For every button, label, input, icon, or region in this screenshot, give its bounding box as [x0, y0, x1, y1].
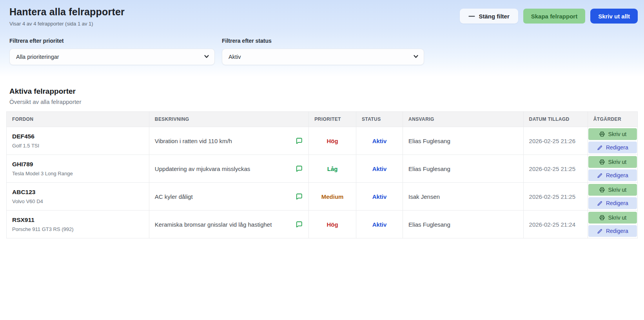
status-badge: Aktiv	[356, 155, 403, 183]
comment-icon	[295, 165, 303, 173]
comment-icon	[295, 137, 303, 145]
edit-button[interactable]: Redigera	[588, 197, 637, 209]
comment-button[interactable]	[295, 137, 303, 145]
description-text: AC kyler dåligt	[155, 193, 193, 200]
print-label: Skriv ut	[608, 215, 627, 221]
column-header-vehicle: FORDON	[7, 112, 149, 127]
date-added-cell: 2026-02-25 21:26	[523, 127, 588, 155]
printer-icon	[599, 187, 605, 193]
priority-badge: Låg	[309, 155, 356, 183]
vehicle-cell: GHI789 Tesla Model 3 Long Range	[7, 155, 149, 183]
priority-badge: Hög	[309, 211, 356, 238]
printer-icon	[599, 159, 605, 165]
assignee-cell: Isak Jensen	[403, 183, 524, 211]
comment-icon	[295, 220, 303, 228]
assignee-cell: Elias Fuglesang	[403, 127, 524, 155]
create-report-label: Skapa felrapport	[531, 13, 577, 20]
description-text: Keramiska bromsar gnisslar vid låg hasti…	[155, 221, 272, 228]
close-filter-button[interactable]: Stäng filter	[460, 9, 518, 24]
print-label: Skriv ut	[608, 131, 627, 137]
comment-button[interactable]	[295, 220, 303, 228]
print-button[interactable]: Skriv ut	[588, 212, 637, 224]
vehicle-id: DEF456	[12, 133, 143, 140]
print-all-button[interactable]: Skriv ut allt	[590, 9, 638, 24]
vehicle-model: Golf 1.5 TSI	[12, 143, 143, 149]
edit-button[interactable]: Redigera	[588, 225, 637, 237]
assignee-cell: Elias Fuglesang	[403, 155, 524, 183]
pencil-icon	[597, 200, 603, 206]
edit-button[interactable]: Redigera	[588, 169, 637, 181]
actions-cell: Skriv ut Redigera	[588, 183, 637, 211]
actions-cell: Skriv ut Redigera	[588, 155, 637, 183]
description-text: Vibration i ratten vid 110 km/h	[155, 138, 232, 144]
priority-filter-group: Filtrera efter prioritet Alla prioriteri…	[9, 38, 215, 65]
page-subtitle: Visar 4 av 4 felrapporter (sida 1 av 1)	[9, 21, 125, 27]
minus-icon	[468, 13, 475, 20]
description-text: Uppdatering av mjukvara misslyckas	[155, 165, 250, 172]
reports-table: FORDON BESKRIVNING PRIORITET STATUS ANSV…	[6, 111, 638, 238]
column-header-assignee: ANSVARIG	[403, 112, 524, 127]
section-title: Aktiva felrapporter	[9, 87, 638, 96]
print-label: Skriv ut	[608, 159, 627, 165]
vehicle-model: Porsche 911 GT3 RS (992)	[12, 226, 143, 232]
vehicle-model: Volvo V60 D4	[12, 198, 143, 204]
edit-label: Redigera	[606, 172, 628, 178]
toolbar: Stäng filter Skapa felrapport Skriv ut a…	[460, 9, 638, 24]
column-header-priority: PRIORITET	[309, 112, 356, 127]
status-filter-select[interactable]: Aktiv	[222, 49, 424, 65]
priority-filter-label: Filtrera efter prioritet	[9, 38, 215, 44]
date-added-cell: 2026-02-25 21:25	[523, 155, 588, 183]
page: Hantera alla felrapporter Visar 4 av 4 f…	[0, 0, 644, 320]
section-subtitle: Översikt av alla felrapporter	[9, 98, 638, 105]
status-badge: Aktiv	[356, 183, 403, 211]
pencil-icon	[597, 173, 603, 178]
date-added-cell: 2026-02-25 21:24	[523, 211, 588, 238]
edit-label: Redigera	[606, 228, 628, 234]
vehicle-id: ABC123	[12, 189, 143, 196]
status-filter-label: Filtrera efter status	[222, 38, 424, 44]
priority-badge: Hög	[309, 127, 356, 155]
edit-label: Redigera	[606, 144, 628, 151]
pencil-icon	[597, 145, 603, 151]
status-badge: Aktiv	[356, 127, 403, 155]
table-header-row: FORDON BESKRIVNING PRIORITET STATUS ANSV…	[7, 112, 638, 127]
comment-icon	[295, 193, 303, 200]
printer-icon	[599, 215, 605, 221]
column-header-status: STATUS	[356, 112, 403, 127]
column-header-actions: ÅTGÄRDER	[588, 112, 637, 127]
vehicle-id: GHI789	[12, 161, 143, 168]
table-row: ABC123 Volvo V60 D4 AC kyler dåligt	[7, 183, 638, 211]
print-all-label: Skriv ut allt	[598, 13, 630, 20]
title-block: Hantera alla felrapporter Visar 4 av 4 f…	[9, 6, 125, 27]
comment-button[interactable]	[295, 193, 303, 200]
comment-button[interactable]	[295, 165, 303, 173]
edit-label: Redigera	[606, 200, 628, 206]
priority-filter-select[interactable]: Alla prioriteringar	[9, 49, 215, 65]
description-cell: AC kyler dåligt	[149, 183, 308, 211]
edit-button[interactable]: Redigera	[588, 142, 637, 153]
print-button[interactable]: Skriv ut	[588, 156, 637, 168]
vehicle-model: Tesla Model 3 Long Range	[12, 171, 143, 176]
page-title: Hantera alla felrapporter	[9, 6, 125, 18]
active-reports-section: Aktiva felrapporter Översikt av alla fel…	[0, 77, 644, 238]
print-button[interactable]: Skriv ut	[588, 184, 637, 196]
vehicle-cell: ABC123 Volvo V60 D4	[7, 183, 149, 211]
pencil-icon	[597, 228, 603, 234]
create-report-button[interactable]: Skapa felrapport	[523, 9, 585, 24]
description-cell: Uppdatering av mjukvara misslyckas	[149, 155, 308, 183]
actions-cell: Skriv ut Redigera	[588, 127, 637, 155]
print-button[interactable]: Skriv ut	[588, 128, 637, 140]
date-added-cell: 2026-02-25 21:25	[523, 183, 588, 211]
column-header-date-added: DATUM TILLAGD	[523, 112, 588, 127]
description-cell: Vibration i ratten vid 110 km/h	[149, 127, 308, 155]
page-header: Hantera alla felrapporter Visar 4 av 4 f…	[0, 0, 644, 77]
vehicle-id: RSX911	[12, 216, 143, 224]
description-cell: Keramiska bromsar gnisslar vid låg hasti…	[149, 211, 308, 238]
printer-icon	[599, 131, 605, 137]
actions-cell: Skriv ut Redigera	[588, 211, 637, 238]
close-filter-label: Stäng filter	[479, 13, 509, 20]
print-label: Skriv ut	[608, 187, 627, 193]
status-filter-group: Filtrera efter status Aktiv	[222, 38, 424, 65]
status-badge: Aktiv	[356, 211, 403, 238]
assignee-cell: Elias Fuglesang	[403, 211, 524, 238]
